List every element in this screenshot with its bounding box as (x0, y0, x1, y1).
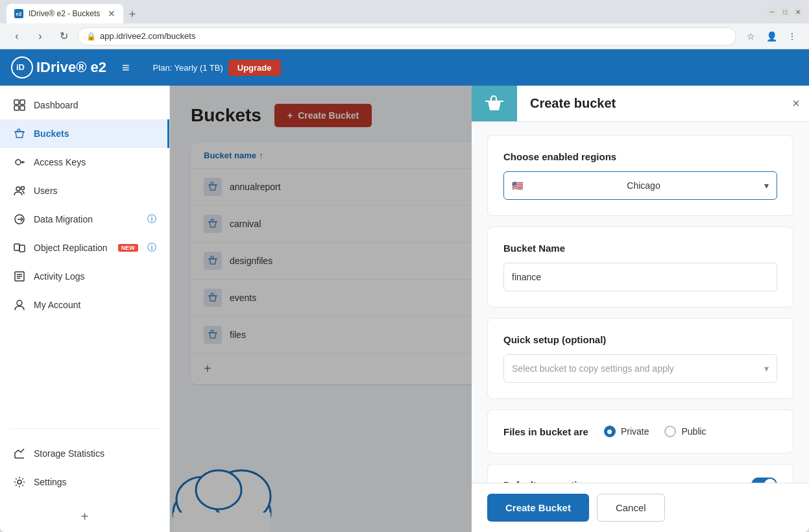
menu-button[interactable]: ⋮ (783, 27, 801, 45)
minimize-button[interactable]: ─ (767, 7, 777, 16)
browser-window: e2 IDrive® e2 - Buckets ✕ + ─ □ ✕ ‹ › ↻ … (0, 0, 809, 532)
app-topbar: iD IDrive® e2 ≡ Plan: Yearly (1 TB) Upgr… (0, 49, 809, 86)
bucket-modal-icon (484, 93, 505, 114)
modal-cancel-button[interactable]: Cancel (597, 494, 665, 522)
activity-logs-icon (13, 270, 26, 283)
modal-header-icon (472, 86, 517, 121)
svg-point-14 (18, 480, 21, 484)
browser-toolbar: ‹ › ↻ 🔒 app.idrivee2.com/buckets ☆ 👤 ⋮ (0, 23, 809, 49)
svg-point-8 (21, 187, 25, 190)
private-radio-option[interactable]: Private (604, 426, 649, 437)
regions-section: Choose enabled regions 🇺🇸 Chicago ▾ (487, 135, 793, 216)
ssl-lock-icon: 🔒 (86, 32, 96, 41)
access-keys-icon (13, 156, 26, 169)
encryption-row: Default encryption (503, 478, 777, 483)
sidebar-label-data-migration: Data Migration (34, 214, 93, 224)
plan-info: Plan: Yearly (1 TB) Upgrade (153, 60, 281, 76)
quick-setup-select[interactable]: Select bucket to copy settings and apply… (503, 354, 777, 383)
back-button[interactable]: ‹ (8, 27, 26, 45)
sidebar-label-storage-statistics: Storage Statistics (34, 448, 104, 459)
public-label: Public (681, 426, 706, 437)
window-controls: ─ □ ✕ (767, 7, 803, 16)
sidebar-item-dashboard[interactable]: Dashboard (0, 91, 169, 119)
sidebar-label-users: Users (34, 186, 58, 196)
private-radio-button[interactable] (604, 426, 616, 437)
tab-favicon: e2 (14, 9, 23, 18)
bucket-name-input[interactable] (503, 263, 777, 291)
data-migration-icon (13, 213, 26, 226)
tab-label: IDrive® e2 - Buckets (29, 9, 100, 18)
dashboard-icon (13, 99, 26, 112)
modal-close-button[interactable]: × (783, 86, 809, 121)
sidebar-label-dashboard: Dashboard (34, 100, 78, 110)
browser-tab-active[interactable]: e2 IDrive® e2 - Buckets ✕ (6, 4, 123, 23)
sidebar-item-activity-logs[interactable]: Activity Logs (0, 262, 169, 291)
hamburger-icon[interactable]: ≡ (122, 60, 130, 75)
maximize-button[interactable]: □ (780, 7, 790, 16)
svg-rect-11 (19, 245, 25, 252)
sidebar-item-buckets[interactable]: Buckets (0, 119, 169, 148)
upgrade-button[interactable]: Upgrade (228, 60, 281, 76)
modal-footer: Create Bucket Cancel (472, 483, 809, 532)
forward-button[interactable]: › (31, 27, 49, 45)
reload-button[interactable]: ↻ (54, 27, 73, 45)
modal-create-bucket-button[interactable]: Create Bucket (487, 494, 589, 522)
quick-setup-placeholder: Select bucket to copy settings and apply (512, 363, 674, 374)
encryption-toggle[interactable] (751, 478, 777, 483)
browser-titlebar: e2 IDrive® e2 - Buckets ✕ + ─ □ ✕ (0, 0, 809, 23)
profile-button[interactable]: 👤 (762, 27, 780, 45)
sidebar-label-access-keys: Access Keys (34, 157, 86, 167)
sidebar-label-settings: Settings (34, 477, 67, 487)
buckets-icon (13, 127, 26, 140)
browser-tabs: e2 IDrive® e2 - Buckets ✕ + (6, 0, 756, 23)
private-label: Private (621, 426, 649, 437)
create-bucket-modal: Create bucket × Choose enabled regions 🇺… (472, 86, 809, 532)
bucket-name-section: Bucket Name (487, 226, 793, 308)
bookmark-button[interactable]: ☆ (742, 27, 760, 45)
svg-rect-10 (14, 244, 19, 250)
encryption-section: Default encryption (487, 464, 793, 483)
app-layout: iD IDrive® e2 ≡ Plan: Yearly (1 TB) Upgr… (0, 49, 809, 532)
public-radio-button[interactable] (664, 426, 676, 437)
sidebar-item-object-replication[interactable]: Object Replication NEW ⓘ (0, 234, 169, 262)
address-bar[interactable]: 🔒 app.idrivee2.com/buckets (78, 27, 736, 45)
svg-point-13 (17, 300, 22, 306)
sidebar-label-my-account: My Account (34, 300, 80, 310)
tab-close-button[interactable]: ✕ (108, 8, 115, 19)
data-migration-help-icon[interactable]: ⓘ (147, 213, 156, 225)
plan-label: Plan: Yearly (1 TB) (153, 63, 223, 73)
sidebar-item-my-account[interactable]: My Account (0, 291, 169, 319)
sidebar-item-access-keys[interactable]: Access Keys (0, 148, 169, 176)
region-select[interactable]: 🇺🇸 Chicago ▾ (503, 171, 777, 200)
modal-header: Create bucket × (472, 86, 809, 122)
modal-title: Create bucket (517, 86, 783, 121)
svg-rect-3 (20, 100, 25, 104)
sidebar-item-settings[interactable]: Settings (0, 468, 169, 496)
sidebar-item-storage-statistics[interactable]: Storage Statistics (0, 439, 169, 468)
object-replication-icon (13, 241, 26, 254)
new-tab-button[interactable]: + (123, 5, 141, 23)
quick-setup-chevron-icon: ▾ (764, 363, 769, 374)
sidebar-item-users[interactable]: Users (0, 176, 169, 205)
selected-region: Chicago (627, 180, 660, 191)
files-in-bucket-section: Files in bucket are Private Public (487, 409, 793, 453)
sidebar-add-button[interactable]: + (0, 502, 169, 532)
public-radio-option[interactable]: Public (664, 426, 706, 437)
svg-rect-2 (14, 100, 19, 104)
sidebar-divider (10, 428, 159, 429)
close-window-button[interactable]: ✕ (793, 7, 803, 16)
my-account-icon (13, 298, 26, 311)
sidebar-bottom: Storage Statistics Settings (0, 434, 169, 502)
object-replication-help-icon[interactable]: ⓘ (147, 242, 156, 254)
app-logo: iD IDrive® e2 (10, 56, 106, 79)
sidebar-label-activity-logs: Activity Logs (34, 271, 85, 282)
sidebar-item-data-migration[interactable]: Data Migration ⓘ (0, 205, 169, 234)
sidebar-label-object-replication: Object Replication (34, 243, 108, 253)
modal-body: Choose enabled regions 🇺🇸 Chicago ▾ Buck… (472, 122, 809, 483)
svg-point-7 (16, 187, 20, 191)
region-chevron-icon: ▾ (764, 180, 769, 191)
logo-icon: iD (10, 56, 34, 79)
svg-rect-4 (14, 106, 19, 110)
sidebar-label-buckets: Buckets (34, 128, 69, 139)
quick-setup-label: Quick setup (optional) (503, 334, 777, 345)
